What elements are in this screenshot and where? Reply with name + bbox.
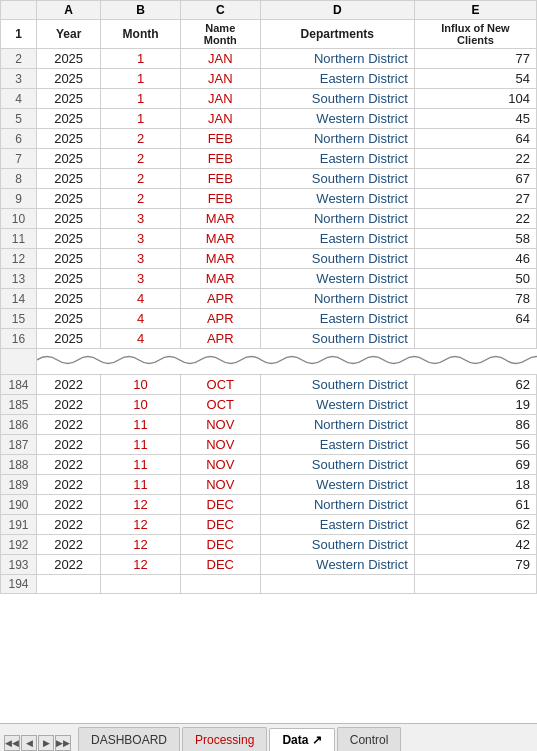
cell-month[interactable]: 3 (101, 229, 181, 249)
cell-department[interactable]: Northern District (260, 49, 414, 69)
cell-month[interactable]: 12 (101, 515, 181, 535)
cell-name-month[interactable]: JAN (180, 109, 260, 129)
cell-name-month[interactable]: NOV (180, 435, 260, 455)
cell-name-month[interactable]: FEB (180, 149, 260, 169)
cell-year[interactable]: 2022 (36, 555, 100, 575)
col-letter-c[interactable]: C (180, 1, 260, 20)
col-letter-d[interactable]: D (260, 1, 414, 20)
cell-month[interactable]: 3 (101, 209, 181, 229)
cell-name-month[interactable] (180, 575, 260, 594)
cell-month[interactable]: 1 (101, 89, 181, 109)
col-letter-e[interactable]: E (414, 1, 536, 20)
cell-year[interactable]: 2022 (36, 455, 100, 475)
tab-data[interactable]: Data ↗ (269, 728, 334, 751)
cell-name-month[interactable]: MAR (180, 229, 260, 249)
cell-month[interactable]: 11 (101, 435, 181, 455)
cell-name-month[interactable]: FEB (180, 169, 260, 189)
cell-year[interactable]: 2025 (36, 109, 100, 129)
cell-month[interactable]: 11 (101, 415, 181, 435)
cell-year[interactable]: 2025 (36, 309, 100, 329)
col-letter-b[interactable]: B (101, 1, 181, 20)
col-letter-a[interactable]: A (36, 1, 100, 20)
cell-name-month[interactable]: APR (180, 329, 260, 349)
cell-influx[interactable]: 18 (414, 475, 536, 495)
tab-nav-first[interactable]: ◀◀ (4, 735, 20, 751)
cell-name-month[interactable]: NOV (180, 475, 260, 495)
cell-name-month[interactable]: APR (180, 289, 260, 309)
tab-nav-last[interactable]: ▶▶ (55, 735, 71, 751)
cell-year[interactable]: 2022 (36, 495, 100, 515)
cell-year[interactable]: 2025 (36, 169, 100, 189)
cell-name-month[interactable]: NOV (180, 415, 260, 435)
cell-name-month[interactable]: NOV (180, 455, 260, 475)
cell-influx[interactable]: 67 (414, 169, 536, 189)
cell-influx[interactable]: 86 (414, 415, 536, 435)
cell-department[interactable]: Western District (260, 395, 414, 415)
cell-name-month[interactable]: FEB (180, 129, 260, 149)
tab-control[interactable]: Control (337, 727, 402, 751)
cell-department[interactable]: Western District (260, 269, 414, 289)
cell-name-month[interactable]: DEC (180, 495, 260, 515)
cell-year[interactable] (36, 575, 100, 594)
cell-month[interactable]: 10 (101, 375, 181, 395)
cell-year[interactable]: 2022 (36, 395, 100, 415)
cell-name-month[interactable]: FEB (180, 189, 260, 209)
cell-influx[interactable]: 22 (414, 209, 536, 229)
cell-influx[interactable]: 50 (414, 269, 536, 289)
cell-month[interactable] (101, 575, 181, 594)
cell-influx[interactable]: 22 (414, 149, 536, 169)
cell-year[interactable]: 2025 (36, 289, 100, 309)
cell-month[interactable]: 4 (101, 289, 181, 309)
cell-year[interactable]: 2025 (36, 329, 100, 349)
cell-department[interactable]: Eastern District (260, 309, 414, 329)
cell-department[interactable]: Northern District (260, 129, 414, 149)
cell-month[interactable]: 1 (101, 109, 181, 129)
cell-month[interactable]: 2 (101, 169, 181, 189)
cell-year[interactable]: 2025 (36, 89, 100, 109)
cell-department[interactable]: Eastern District (260, 229, 414, 249)
cell-name-month[interactable]: OCT (180, 395, 260, 415)
cell-department[interactable]: Southern District (260, 535, 414, 555)
cell-month[interactable]: 12 (101, 495, 181, 515)
cell-department[interactable]: Western District (260, 109, 414, 129)
cell-month[interactable]: 3 (101, 269, 181, 289)
cell-month[interactable]: 3 (101, 249, 181, 269)
cell-month[interactable]: 11 (101, 475, 181, 495)
cell-influx[interactable]: 46 (414, 249, 536, 269)
cell-name-month[interactable]: JAN (180, 69, 260, 89)
cell-influx[interactable]: 61 (414, 495, 536, 515)
cell-month[interactable]: 10 (101, 395, 181, 415)
cell-month[interactable]: 12 (101, 535, 181, 555)
cell-department[interactable]: Southern District (260, 375, 414, 395)
cell-influx[interactable]: 64 (414, 309, 536, 329)
cell-department[interactable]: Eastern District (260, 515, 414, 535)
cell-month[interactable]: 2 (101, 149, 181, 169)
cell-month[interactable]: 11 (101, 455, 181, 475)
cell-name-month[interactable]: DEC (180, 555, 260, 575)
tab-nav-next[interactable]: ▶ (38, 735, 54, 751)
cell-influx[interactable]: 69 (414, 455, 536, 475)
cell-month[interactable]: 1 (101, 69, 181, 89)
scroll-area[interactable]: A B C D E 1 Year Month NameMonth Departm… (0, 0, 537, 723)
cell-year[interactable]: 2025 (36, 189, 100, 209)
cell-name-month[interactable]: APR (180, 309, 260, 329)
cell-influx[interactable]: 104 (414, 89, 536, 109)
cell-influx[interactable]: 27 (414, 189, 536, 209)
cell-influx[interactable] (414, 329, 536, 349)
cell-name-month[interactable]: MAR (180, 269, 260, 289)
cell-influx[interactable]: 78 (414, 289, 536, 309)
cell-influx[interactable]: 42 (414, 535, 536, 555)
cell-year[interactable]: 2025 (36, 69, 100, 89)
cell-name-month[interactable]: JAN (180, 89, 260, 109)
tab-nav-prev[interactable]: ◀ (21, 735, 37, 751)
cell-month[interactable]: 1 (101, 49, 181, 69)
cell-year[interactable]: 2022 (36, 415, 100, 435)
cell-year[interactable]: 2025 (36, 129, 100, 149)
cell-year[interactable]: 2022 (36, 535, 100, 555)
cell-department[interactable]: Northern District (260, 415, 414, 435)
cell-department[interactable]: Northern District (260, 209, 414, 229)
cell-name-month[interactable]: OCT (180, 375, 260, 395)
cell-year[interactable]: 2025 (36, 249, 100, 269)
cell-department[interactable]: Western District (260, 189, 414, 209)
cell-name-month[interactable]: DEC (180, 515, 260, 535)
